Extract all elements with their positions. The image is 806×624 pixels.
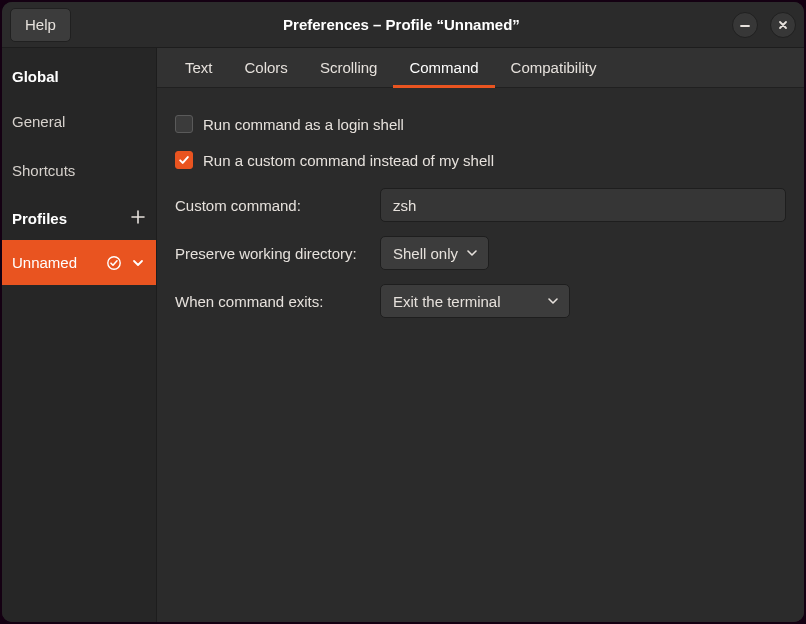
preserve-wd-value: Shell only bbox=[393, 245, 458, 262]
login-shell-checkbox[interactable] bbox=[175, 115, 193, 133]
sidebar-item-shortcuts[interactable]: Shortcuts bbox=[2, 146, 156, 195]
when-exits-label: When command exits: bbox=[175, 293, 370, 310]
check-circle-icon bbox=[106, 255, 122, 271]
window-title: Preferences – Profile “Unnamed” bbox=[71, 16, 732, 33]
command-pane: Run command as a login shell Run a custo… bbox=[157, 88, 804, 336]
chevron-down-icon bbox=[466, 247, 478, 259]
preserve-wd-label: Preserve working directory: bbox=[175, 245, 370, 262]
close-icon bbox=[777, 19, 789, 31]
sidebar-heading-global: Global bbox=[2, 54, 156, 97]
tab-command[interactable]: Command bbox=[393, 49, 494, 88]
chevron-down-icon bbox=[130, 255, 146, 271]
help-button[interactable]: Help bbox=[10, 8, 71, 42]
add-profile-button[interactable] bbox=[130, 209, 146, 228]
check-icon bbox=[178, 154, 190, 166]
tab-text[interactable]: Text bbox=[169, 49, 229, 88]
custom-command-input[interactable] bbox=[380, 188, 786, 222]
sidebar-profile-unnamed[interactable]: Unnamed bbox=[2, 240, 156, 285]
custom-command-checkbox[interactable] bbox=[175, 151, 193, 169]
plus-icon bbox=[130, 209, 146, 225]
sidebar-heading-profiles: Profiles bbox=[2, 195, 156, 240]
when-exits-value: Exit the terminal bbox=[393, 293, 501, 310]
custom-command-label[interactable]: Run a custom command instead of my shell bbox=[203, 152, 494, 169]
profile-name: Unnamed bbox=[12, 254, 98, 271]
sidebar-item-general[interactable]: General bbox=[2, 97, 156, 146]
titlebar: Help Preferences – Profile “Unnamed” bbox=[2, 2, 804, 48]
when-exits-dropdown[interactable]: Exit the terminal bbox=[380, 284, 570, 318]
login-shell-label[interactable]: Run command as a login shell bbox=[203, 116, 404, 133]
chevron-down-icon bbox=[547, 295, 559, 307]
minimize-icon bbox=[739, 19, 751, 31]
close-button[interactable] bbox=[770, 12, 796, 38]
minimize-button[interactable] bbox=[732, 12, 758, 38]
tab-compatibility[interactable]: Compatibility bbox=[495, 49, 613, 88]
sidebar: Global General Shortcuts Profiles Unname… bbox=[2, 48, 157, 622]
tabs: Text Colors Scrolling Command Compatibil… bbox=[157, 48, 804, 88]
tab-colors[interactable]: Colors bbox=[229, 49, 304, 88]
preserve-wd-dropdown[interactable]: Shell only bbox=[380, 236, 489, 270]
tab-scrolling[interactable]: Scrolling bbox=[304, 49, 394, 88]
custom-command-field-label: Custom command: bbox=[175, 197, 370, 214]
profiles-heading-label: Profiles bbox=[12, 210, 67, 227]
